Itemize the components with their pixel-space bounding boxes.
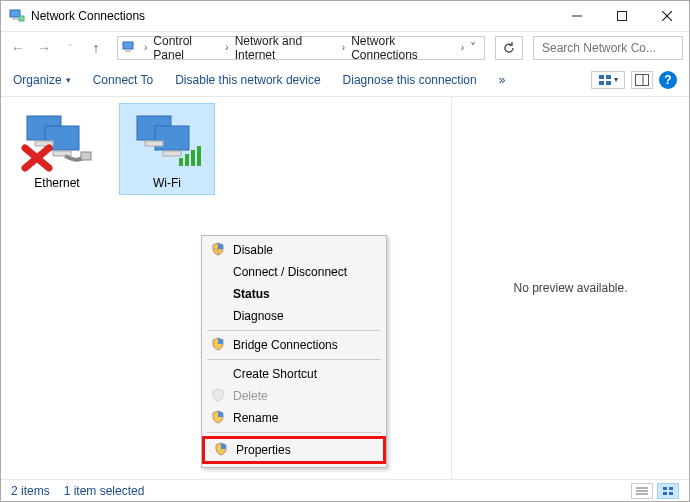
overflow-chevron[interactable]: » [499,73,506,87]
breadcrumb-network-internet[interactable]: Network and Internet [231,34,340,62]
svg-rect-25 [163,151,181,156]
details-view-button[interactable] [631,483,653,499]
separator [207,432,381,433]
window-frame: Network Connections ← → ˅ ↑ › [0,0,690,502]
svg-rect-4 [617,12,626,21]
shield-icon [211,388,225,402]
ctx-status[interactable]: Status [205,283,383,305]
disable-device-button[interactable]: Disable this network device [175,73,320,87]
svg-rect-26 [179,158,183,166]
shield-icon [211,337,225,351]
ctx-diagnose[interactable]: Diagnose [205,305,383,327]
svg-rect-21 [81,152,91,160]
svg-rect-27 [185,154,189,166]
adapter-ethernet-label: Ethernet [14,176,100,190]
command-bar: Organize ▾ Connect To Disable this netwo… [1,63,689,97]
help-button[interactable]: ? [659,71,677,89]
preview-text: No preview available. [513,281,627,295]
shield-icon [211,410,225,424]
adapter-wifi[interactable]: Wi-Fi [119,103,215,195]
ctx-disable-label: Disable [233,243,273,257]
organize-label: Organize [13,73,62,87]
maximize-button[interactable] [599,1,644,31]
search-box[interactable] [533,36,683,60]
ctx-connect-disconnect[interactable]: Connect / Disconnect [205,261,383,283]
shield-icon [211,242,225,256]
chevron-right-icon[interactable]: › [142,42,149,53]
svg-rect-13 [599,81,604,85]
chevron-right-icon[interactable]: › [223,42,230,53]
svg-rect-8 [125,50,131,52]
status-selected-count: 1 item selected [64,484,145,498]
up-button[interactable]: ↑ [85,37,107,59]
app-icon [9,8,25,24]
status-view-switcher [631,483,679,499]
location-icon [122,40,138,56]
separator [207,359,381,360]
address-bar[interactable]: › Control Panel › Network and Internet ›… [117,36,485,60]
search-input[interactable] [540,40,690,56]
adapter-wifi-label: Wi-Fi [124,176,210,190]
shield-icon [214,442,228,456]
chevron-right-icon[interactable]: › [340,42,347,53]
view-controls: ▾ ? [591,71,677,89]
icons-view-button[interactable] [657,483,679,499]
ctx-properties[interactable]: Properties [205,439,383,461]
separator [207,330,381,331]
status-bar: 2 items 1 item selected [1,479,689,501]
svg-rect-28 [191,150,195,166]
svg-rect-35 [663,492,667,495]
back-button[interactable]: ← [7,37,29,59]
organize-menu[interactable]: Organize ▾ [13,73,71,87]
ctx-delete: Delete [205,385,383,407]
svg-rect-24 [145,141,163,146]
ethernet-icon [21,112,93,172]
ctx-bridge[interactable]: Bridge Connections [205,334,383,356]
svg-rect-33 [663,487,667,490]
ctx-create-shortcut[interactable]: Create Shortcut [205,363,383,385]
svg-rect-34 [669,487,673,490]
connect-to-button[interactable]: Connect To [93,73,154,87]
ctx-disable[interactable]: Disable [205,239,383,261]
window-controls [554,1,689,31]
close-button[interactable] [644,1,689,31]
ctx-rename-label: Rename [233,411,278,425]
recent-chevron[interactable]: ˅ [59,37,81,59]
preview-pane-button[interactable] [631,71,653,89]
status-item-count: 2 items [11,484,50,498]
navigation-bar: ← → ˅ ↑ › Control Panel › Network and In… [1,31,689,63]
preview-pane: No preview available. [451,97,689,479]
svg-rect-2 [19,16,24,21]
diagnose-connection-button[interactable]: Diagnose this connection [343,73,477,87]
ctx-rename[interactable]: Rename [205,407,383,429]
breadcrumb-control-panel[interactable]: Control Panel [149,34,223,62]
forward-button[interactable]: → [33,37,55,59]
chevron-down-icon: ▾ [66,75,71,85]
svg-rect-11 [599,75,604,79]
address-history-dropdown[interactable]: ˅ [466,41,480,55]
adapter-ethernet[interactable]: Ethernet [9,103,105,195]
svg-rect-1 [12,18,18,20]
refresh-button[interactable] [495,36,523,60]
svg-rect-36 [669,492,673,495]
titlebar: Network Connections [1,1,689,31]
context-menu: Disable Connect / Disconnect Status Diag… [201,235,387,468]
content-area: Ethernet Wi-Fi [1,97,689,479]
svg-rect-15 [636,74,649,85]
svg-rect-29 [197,146,201,166]
chevron-right-icon[interactable]: › [459,42,466,53]
ctx-delete-label: Delete [233,389,268,403]
ctx-properties-label: Properties [236,443,291,457]
view-mode-button[interactable]: ▾ [591,71,625,89]
svg-rect-20 [53,151,71,156]
wifi-icon [131,112,203,172]
window-title: Network Connections [31,9,554,23]
svg-rect-14 [606,81,611,85]
svg-rect-12 [606,75,611,79]
svg-rect-7 [123,42,133,49]
minimize-button[interactable] [554,1,599,31]
breadcrumb-network-connections[interactable]: Network Connections [347,34,459,62]
ctx-bridge-label: Bridge Connections [233,338,338,352]
highlighted-properties: Properties [202,436,386,464]
